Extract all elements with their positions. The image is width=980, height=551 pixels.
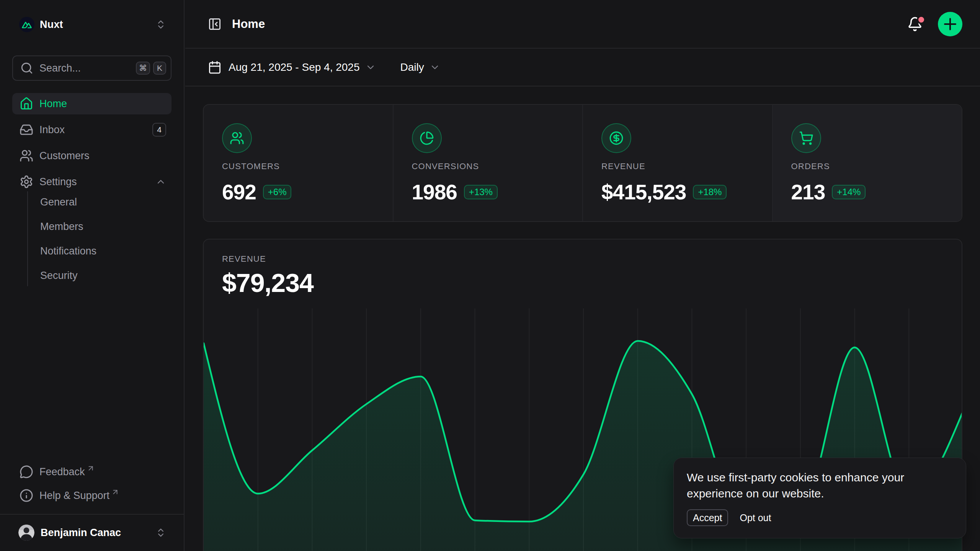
user-menu[interactable]: Benjamin Canac [12, 521, 172, 544]
stat-customers[interactable]: CUSTOMERS 692 +6% [204, 105, 393, 221]
stat-label: REVENUE [601, 161, 754, 171]
avatar [18, 525, 34, 541]
sidebar-item-label: Customers [39, 150, 166, 162]
workspace-name: Nuxt [40, 19, 155, 31]
users-icon [20, 149, 33, 163]
stat-delta-badge: +13% [464, 185, 498, 199]
shopping-cart-icon [791, 123, 821, 153]
search-placeholder: Search... [39, 62, 136, 74]
workspace-selector[interactable]: Nuxt [12, 14, 172, 35]
stat-value: $415,523 [601, 180, 686, 204]
inbox-icon [20, 123, 33, 137]
stat-value: 1986 [412, 180, 457, 204]
panel-collapse-button[interactable] [208, 17, 222, 31]
sidebar-divider [0, 514, 184, 515]
info-icon [20, 489, 33, 502]
sidebar-nav: Home Inbox 4 Customers Settings Genera [12, 93, 172, 286]
opt-out-button[interactable]: Opt out [740, 512, 771, 523]
sidebar-item-label: Inbox [39, 124, 152, 136]
chevrons-up-down-icon [155, 19, 166, 30]
page-title: Home [232, 17, 907, 31]
granularity-select[interactable]: Daily [400, 61, 440, 73]
chart-title: REVENUE [222, 254, 943, 264]
chart-total: $79,234 [222, 268, 943, 298]
circle-dollar-sign-icon [601, 123, 631, 153]
search-icon [20, 62, 33, 75]
notification-dot [917, 15, 926, 24]
stat-label: CUSTOMERS [222, 161, 374, 171]
sidebar-item-general[interactable]: General [40, 191, 172, 213]
arrow-up-right-icon [87, 464, 95, 473]
stat-value: 213 [791, 180, 825, 204]
inbox-badge: 4 [152, 123, 166, 137]
search-input[interactable]: Search... ⌘ K [12, 55, 172, 81]
notifications-button[interactable] [907, 16, 923, 32]
add-button[interactable] [938, 12, 962, 36]
settings-icon [20, 175, 33, 189]
users-icon [222, 123, 252, 153]
sidebar-item-help[interactable]: Help & Support [12, 485, 172, 506]
stat-delta-badge: +14% [832, 185, 866, 199]
sidebar: Nuxt Search... ⌘ K Home Inbox 4 [0, 0, 185, 551]
chevron-down-icon [430, 62, 440, 73]
stat-delta-badge: +6% [263, 185, 292, 199]
stat-orders[interactable]: ORDERS 213 +14% [772, 105, 962, 221]
granularity-value: Daily [400, 61, 424, 73]
sidebar-item-security[interactable]: Security [40, 265, 172, 286]
settings-subnav: General Members Notifications Security [27, 191, 172, 286]
cookie-message: We use first-party cookies to enhance yo… [687, 469, 953, 502]
date-range-picker[interactable]: Aug 21, 2025 - Sep 4, 2025 [208, 60, 376, 74]
chevron-down-icon [365, 62, 376, 73]
stat-label: CONVERSIONS [412, 161, 564, 171]
sidebar-item-inbox[interactable]: Inbox 4 [12, 119, 172, 140]
house-icon [20, 97, 33, 111]
sidebar-item-notifications[interactable]: Notifications [40, 240, 172, 262]
calendar-icon [208, 60, 222, 74]
sidebar-footer: Feedback Help & Support [0, 461, 184, 551]
sidebar-item-members[interactable]: Members [40, 216, 172, 237]
stat-conversions[interactable]: CONVERSIONS 1986 +13% [393, 105, 583, 221]
sidebar-item-feedback[interactable]: Feedback [12, 461, 172, 483]
sidebar-item-customers[interactable]: Customers [12, 145, 172, 166]
sidebar-item-settings[interactable]: Settings [12, 171, 172, 192]
kbd-k: K [153, 62, 166, 75]
sidebar-item-home[interactable]: Home [12, 93, 172, 114]
nuxt-logo [19, 17, 34, 32]
stat-delta-badge: +18% [693, 185, 727, 199]
stat-revenue[interactable]: REVENUE $415,523 +18% [582, 105, 772, 221]
chevrons-up-down-icon [155, 527, 166, 538]
arrow-up-right-icon [111, 488, 119, 496]
accept-button[interactable]: Accept [687, 509, 728, 526]
stats-row: CUSTOMERS 692 +6% CONVERSIONS 1986 +13% [203, 104, 962, 222]
kbd-meta: ⌘ [136, 62, 150, 75]
sidebar-item-label: Settings [39, 176, 155, 188]
cookie-banner: We use first-party cookies to enhance yo… [673, 458, 966, 538]
message-circle-icon [20, 465, 33, 479]
chart-pie-icon [412, 123, 442, 153]
stat-label: ORDERS [791, 161, 944, 171]
sidebar-item-label: Home [39, 98, 166, 110]
date-range-value: Aug 21, 2025 - Sep 4, 2025 [229, 61, 360, 73]
user-name: Benjamin Canac [41, 527, 155, 539]
main-header: Home [185, 0, 980, 49]
toolbar: Aug 21, 2025 - Sep 4, 2025 Daily [185, 49, 980, 86]
chevron-up-icon [155, 176, 166, 187]
stat-value: 692 [222, 180, 256, 204]
